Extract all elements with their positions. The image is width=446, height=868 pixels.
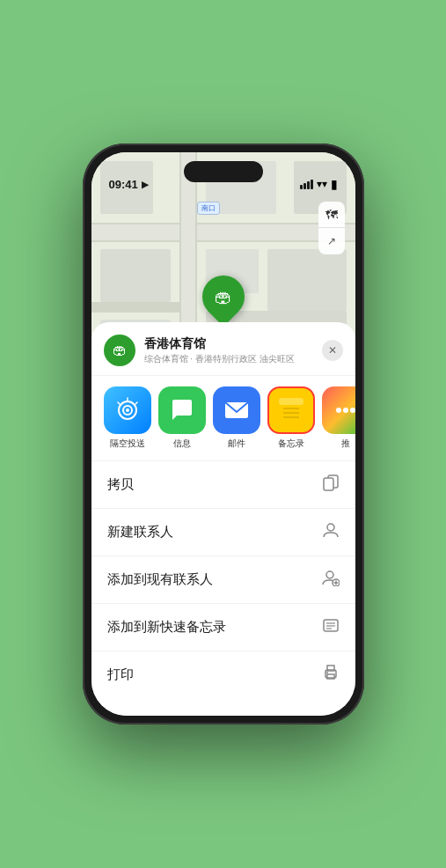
svg-line-18 (135, 402, 137, 405)
notes-label: 备忘录 (278, 438, 304, 450)
svg-rect-22 (279, 398, 303, 405)
more-icon (322, 386, 355, 434)
phone-screen: 09:41 ▶ ▾▾ ▮ (91, 152, 355, 716)
copy-icon (322, 474, 340, 496)
svg-rect-42 (327, 674, 334, 679)
map-view-button[interactable]: 🗺 (318, 202, 345, 228)
svg-point-16 (126, 408, 129, 412)
time-display: 09:41 (109, 178, 138, 191)
print-label: 打印 (107, 666, 134, 683)
message-label: 信息 (173, 438, 191, 450)
airdrop-label: 隔空投送 (110, 438, 145, 450)
mail-svg (223, 396, 251, 424)
svg-rect-30 (324, 478, 333, 490)
message-icon (158, 386, 206, 434)
map-label: 南口 (197, 202, 220, 215)
quick-note-icon (322, 616, 340, 638)
action-add-existing[interactable]: 添加到现有联系人 (91, 556, 355, 604)
svg-rect-2 (91, 224, 355, 240)
svg-rect-10 (267, 249, 347, 311)
svg-point-31 (327, 524, 334, 531)
location-name: 香港体育馆 (144, 336, 313, 352)
phone-frame: 09:41 ▶ ▾▾ ▮ (83, 143, 364, 725)
status-icons: ▾▾ ▮ (300, 177, 338, 191)
airdrop-svg (114, 397, 141, 423)
pin-circle: 🏟 (194, 267, 253, 327)
action-new-contact[interactable]: 新建联系人 (91, 509, 355, 556)
location-header: 🏟 香港体育馆 综合体育馆 · 香港特别行政区 油尖旺区 ✕ (91, 322, 355, 376)
action-quick-note[interactable]: 添加到新快速备忘录 (91, 604, 355, 651)
share-actions-row: 隔空投送 信息 (91, 376, 355, 461)
print-icon (322, 664, 340, 686)
status-time: 09:41 ▶ (109, 178, 149, 191)
close-button[interactable]: ✕ (322, 340, 343, 361)
signal-icon (300, 180, 313, 189)
action-copy[interactable]: 拷贝 (91, 461, 355, 509)
airdrop-icon (104, 386, 151, 434)
more-label: 推 (341, 438, 350, 450)
share-notes[interactable]: 备忘录 (267, 386, 315, 450)
svg-rect-5 (100, 249, 171, 302)
new-contact-label: 新建联系人 (107, 524, 173, 541)
quick-note-label: 添加到新快速备忘录 (107, 619, 226, 636)
mail-icon (213, 386, 260, 434)
notes-svg (275, 394, 307, 426)
pin-icon: 🏟 (215, 287, 232, 307)
dynamic-island (184, 161, 263, 182)
message-svg (168, 396, 196, 424)
location-description: 综合体育馆 · 香港特别行政区 油尖旺区 (144, 353, 313, 365)
svg-point-28 (350, 408, 355, 413)
svg-rect-13 (91, 302, 179, 313)
bottom-sheet: 🏟 香港体育馆 综合体育馆 · 香港特别行政区 油尖旺区 ✕ (91, 322, 355, 716)
map-controls[interactable]: 🗺 ↗ (318, 202, 345, 254)
mail-label: 邮件 (228, 438, 245, 450)
action-print[interactable]: 打印 (91, 651, 355, 698)
add-existing-icon (322, 569, 340, 591)
more-svg (334, 399, 355, 422)
location-icon-status: ▶ (142, 180, 149, 189)
svg-point-27 (343, 408, 348, 413)
new-contact-icon (322, 521, 340, 543)
share-mail[interactable]: 邮件 (213, 386, 260, 450)
location-venue-icon: 🏟 (104, 335, 135, 366)
wifi-icon: ▾▾ (317, 178, 327, 190)
action-list: 拷贝 新建联系人 (91, 461, 355, 716)
location-info: 香港体育馆 综合体育馆 · 香港特别行政区 油尖旺区 (144, 336, 313, 365)
svg-line-19 (118, 402, 121, 405)
svg-point-26 (336, 408, 341, 413)
copy-label: 拷贝 (107, 476, 134, 493)
notes-icon (267, 386, 315, 434)
location-button[interactable]: ↗ (318, 228, 345, 254)
add-existing-label: 添加到现有联系人 (107, 571, 213, 588)
svg-point-43 (326, 672, 328, 673)
share-more[interactable]: 推 (322, 386, 355, 450)
battery-icon: ▮ (331, 177, 338, 191)
share-message[interactable]: 信息 (158, 386, 206, 450)
svg-point-32 (326, 571, 333, 578)
share-airdrop[interactable]: 隔空投送 (104, 386, 151, 450)
